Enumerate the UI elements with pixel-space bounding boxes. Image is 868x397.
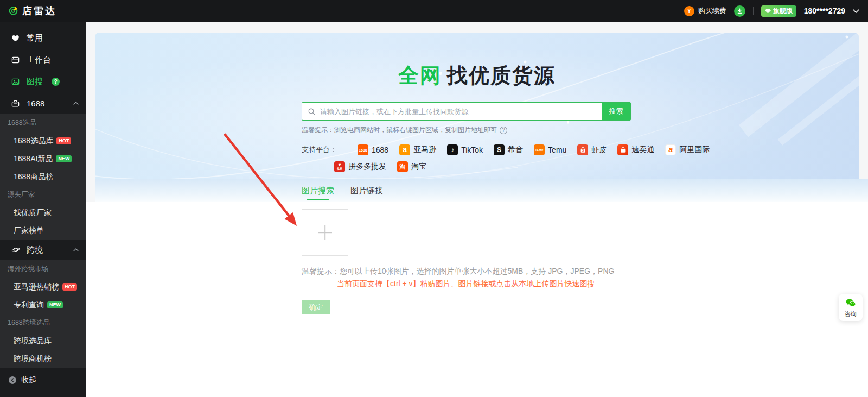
sidebar-item-1688-pool[interactable]: 1688选品库 HOT: [0, 132, 86, 150]
tiktok-icon: ♪: [447, 144, 458, 155]
sidebar-item-1688-ai-new[interactable]: 1688AI新品 NEW: [0, 150, 86, 168]
topbar-divider: [753, 7, 754, 15]
platforms-row-2: ♥批发 拼多多批发 淘 淘宝: [334, 161, 426, 172]
chevron-up-icon[interactable]: [73, 248, 79, 251]
upload-tip-orange: 当前页面支持【ctrl + v】粘贴图片、图片链接或点击从本地上传图片快速图搜: [337, 279, 595, 289]
heart-icon: [11, 35, 20, 42]
sidebar-item-crossborder-pool[interactable]: 跨境选品库: [0, 332, 86, 350]
platform-pinduoduo[interactable]: ♥批发 拼多多批发: [334, 161, 386, 172]
page-title: 全网找优质货源: [95, 62, 859, 90]
image-search-icon: [11, 78, 20, 86]
buy-renew-button[interactable]: ¥ 购买续费: [684, 6, 726, 16]
search-icon: [308, 108, 316, 116]
tab-image-search[interactable]: 图片搜索: [302, 179, 334, 202]
platform-aliexpress[interactable]: 速卖通: [617, 144, 654, 155]
platform-amazon[interactable]: a 亚马逊: [399, 144, 436, 155]
diamond-icon: [765, 9, 771, 14]
sidebar-section-source-factory: 源头厂家: [0, 186, 86, 204]
platforms-row-1: 支持平台： 1688 1688 a 亚马逊 ♪ TikTok S 希音 TEMU…: [302, 144, 710, 155]
sidebar-panel-1688: 1688选品 1688选品库 HOT 1688AI新品 NEW 1688商品榜 …: [0, 114, 86, 240]
platform-1688[interactable]: 1688 1688: [358, 144, 388, 155]
chevron-down-icon[interactable]: [853, 9, 859, 13]
radar-logo-icon: [9, 4, 18, 18]
sidebar-section-1688-crossborder: 1688跨境选品: [0, 314, 86, 332]
plus-icon: [318, 225, 332, 240]
upload-tip-gray: 温馨提示：您可以上传10张图片，选择的图片单张大小不超过5MB，支持 JPG，J…: [302, 267, 614, 276]
platform-taobao[interactable]: 淘 淘宝: [397, 161, 426, 172]
sidebar-panel-crossborder: 海外跨境市场 亚马逊热销榜 HOT 专利查询 NEW 1688跨境选品 跨境选品…: [0, 260, 86, 368]
topbar-right: ¥ 购买续费 旗舰版 180****2729: [684, 5, 859, 17]
consult-widget[interactable]: 咨询: [839, 294, 863, 321]
taobao-icon: 淘: [397, 161, 408, 172]
chevron-up-icon[interactable]: [73, 102, 79, 105]
platform-shopee[interactable]: S 虾皮: [577, 144, 607, 155]
sidebar-collapse-button[interactable]: 收起: [0, 371, 86, 389]
sidebar-item-common[interactable]: 常用: [0, 27, 86, 49]
collapse-circle-icon: [8, 376, 17, 385]
sidebar-item-amazon-hot[interactable]: 亚马逊热销榜 HOT: [0, 278, 86, 296]
hot-badge: HOT: [56, 137, 71, 144]
upload-dropzone[interactable]: [302, 209, 348, 256]
platform-1688-icon: 1688: [358, 144, 368, 155]
wechat-icon: [845, 297, 857, 309]
pinduoduo-icon: ♥批发: [334, 161, 345, 172]
question-circle-icon[interactable]: ?: [500, 127, 507, 134]
search-button[interactable]: 搜索: [602, 103, 630, 120]
topbar: 店雷达 ¥ 购买续费 旗舰版 180****2729: [0, 0, 868, 22]
brand-name: 店雷达: [22, 4, 56, 17]
help-question-icon[interactable]: ?: [52, 78, 60, 86]
tab-image-link[interactable]: 图片链接: [350, 179, 383, 202]
platforms-label: 支持平台：: [302, 145, 337, 155]
workbench-icon: [11, 56, 20, 64]
new-badge: NEW: [47, 301, 63, 308]
temu-icon: TEMU: [534, 144, 545, 155]
shein-icon: S: [494, 144, 505, 155]
aliexpress-icon: [617, 144, 628, 155]
sidebar-item-workbench[interactable]: 工作台: [0, 49, 86, 71]
account-phone: 180****2729: [804, 7, 845, 15]
brand[interactable]: 店雷达: [9, 4, 56, 18]
sidebar: 常用 工作台 图搜 ? 1688 1688选品: [0, 22, 86, 397]
banner-hint: 温馨提示：浏览电商网站时，鼠标右键图片区域，复制图片地址即可 ?: [302, 125, 507, 135]
image-link-search-bar: 搜索: [302, 102, 631, 121]
shopee-icon: S: [577, 144, 588, 155]
confirm-button[interactable]: 确定: [302, 300, 330, 314]
platform-shein[interactable]: S 希音: [494, 144, 523, 155]
sidebar-section-overseas: 海外跨境市场: [0, 260, 86, 278]
sidebar-item-crossborder[interactable]: 跨境: [0, 240, 86, 260]
platform-temu[interactable]: TEMU Temu: [534, 144, 566, 155]
consult-label: 咨询: [845, 310, 857, 318]
hot-badge: HOT: [62, 283, 77, 291]
sidebar-item-patent-query[interactable]: 专利查询 NEW: [0, 296, 86, 314]
amazon-icon: a: [399, 144, 410, 155]
search-input[interactable]: [316, 108, 602, 116]
sidebar-item-find-factory[interactable]: 找优质厂家: [0, 204, 86, 222]
main-content: 图片搜索 图片链接 全网找优质货源 搜索 温馨提示：浏览电商网站时，鼠标右键图片…: [86, 22, 868, 397]
platform-alibaba[interactable]: a 阿里国际: [665, 144, 710, 155]
sidebar-item-factory-rank[interactable]: 厂家榜单: [0, 222, 86, 240]
app-root: 店雷达 ¥ 购买续费 旗舰版 180****2729: [0, 0, 868, 397]
planet-icon: [11, 246, 20, 254]
alibaba-icon: a: [665, 144, 676, 155]
sidebar-item-1688-rank[interactable]: 1688商品榜: [0, 168, 86, 186]
tab-strip: 图片搜索 图片链接: [95, 179, 868, 202]
tabs: 图片搜索 图片链接: [95, 179, 868, 202]
new-badge: NEW: [56, 155, 72, 162]
yen-circle-icon: ¥: [684, 6, 694, 16]
sidebar-item-crossborder-rank[interactable]: 跨境商机榜: [0, 350, 86, 368]
sidebar-section-1688-select: 1688选品: [0, 114, 86, 132]
plan-badge: 旗舰版: [761, 5, 796, 17]
platform-tiktok[interactable]: ♪ TikTok: [447, 144, 483, 155]
content-panel: [86, 202, 868, 397]
sidebar-item-1688[interactable]: 1688: [0, 92, 86, 114]
download-icon[interactable]: [734, 5, 745, 17]
briefcase-icon: [11, 99, 20, 108]
sidebar-item-image-search[interactable]: 图搜 ?: [0, 71, 86, 92]
